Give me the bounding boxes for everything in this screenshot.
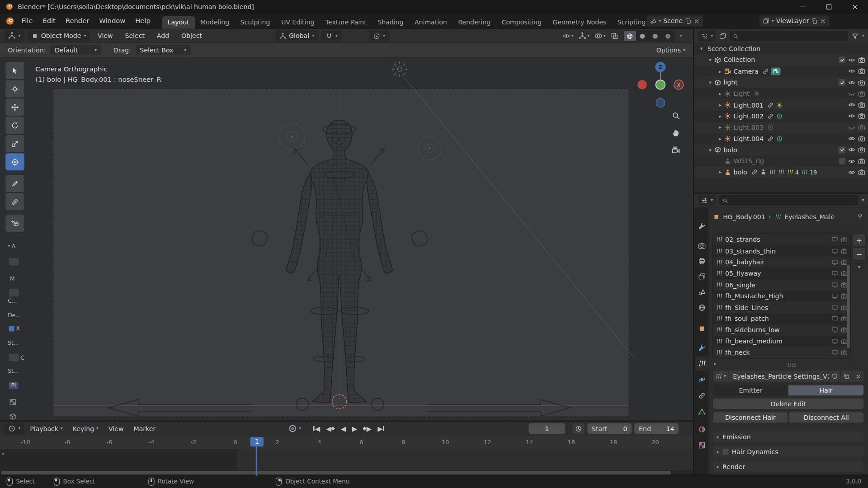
- type-emitter-button[interactable]: Emitter: [713, 385, 788, 395]
- drag-dropdown[interactable]: Select Box ▾: [136, 45, 191, 55]
- menu-object[interactable]: Object: [177, 32, 206, 39]
- workspace-tab-uv-editing[interactable]: UV Editing: [276, 16, 320, 28]
- show-gizmo-dropdown[interactable]: ▾: [579, 32, 590, 40]
- disable-render-icon[interactable]: [858, 113, 865, 120]
- display-toggle-icon[interactable]: [831, 293, 838, 300]
- panel-render[interactable]: ▸ Render: [713, 461, 863, 472]
- close-button[interactable]: [842, 0, 868, 13]
- disable-render-icon[interactable]: [858, 56, 865, 64]
- rotate-tool-button[interactable]: [5, 117, 24, 134]
- hide-eye-icon[interactable]: [848, 101, 855, 108]
- delete-edit-button[interactable]: Delete Edit: [713, 399, 863, 409]
- disclosure-icon[interactable]: ▸: [717, 102, 724, 108]
- timeline-channels[interactable]: ▸: [0, 449, 693, 476]
- disable-render-icon[interactable]: [858, 124, 865, 131]
- disclosure-icon[interactable]: ▸: [717, 136, 724, 141]
- sidebar-fragment-button[interactable]: [9, 289, 19, 296]
- breadcrumb-object[interactable]: HG_Body.001: [723, 213, 765, 221]
- display-toggle-icon[interactable]: [831, 248, 838, 254]
- outliner-row-scene-collection[interactable]: ▾ Scene Collection: [694, 43, 868, 55]
- menu-item[interactable]: File: [17, 13, 38, 28]
- menu-view[interactable]: View: [104, 425, 128, 432]
- timeline-editor-type-selector[interactable]: ▾: [5, 423, 24, 434]
- properties-search[interactable]: [719, 195, 859, 205]
- display-toggle-icon[interactable]: [831, 270, 838, 277]
- particle-system-row[interactable]: fh_beard_medium: [713, 336, 850, 347]
- display-toggle-icon[interactable]: [831, 304, 838, 311]
- hide-eye-icon[interactable]: [848, 68, 855, 75]
- editor-type-selector[interactable]: ▾: [5, 30, 24, 41]
- move-tool-button[interactable]: [5, 99, 24, 116]
- disable-render-icon[interactable]: [858, 146, 865, 154]
- xray-toggle-icon[interactable]: [611, 32, 618, 40]
- disable-render-icon[interactable]: [858, 158, 865, 165]
- workspace-tab-sculpting[interactable]: Sculpting: [235, 16, 275, 28]
- chevron-down-icon[interactable]: ▾: [862, 198, 864, 202]
- disable-render-icon[interactable]: [858, 68, 865, 75]
- tab-constraints[interactable]: [695, 389, 708, 403]
- outliner-row-light-003[interactable]: ▸ Light.003: [694, 122, 868, 133]
- transform-orientation-selector[interactable]: Global ▾: [276, 30, 318, 41]
- tab-object-data[interactable]: [695, 404, 708, 419]
- blender-menu-icon[interactable]: [5, 16, 14, 25]
- menu-select[interactable]: Select: [121, 32, 149, 39]
- disclosure-icon[interactable]: ▸: [717, 125, 724, 130]
- display-toggle-icon[interactable]: [831, 259, 838, 266]
- outliner-editor-type-selector[interactable]: ▾: [698, 30, 716, 41]
- exclude-checkbox[interactable]: [839, 56, 845, 63]
- particle-system-row[interactable]: fh_sideburns_low: [713, 324, 850, 336]
- disclosure-icon[interactable]: ▸: [717, 91, 724, 96]
- pan-hand-button[interactable]: [669, 126, 683, 140]
- close-icon[interactable]: [820, 18, 826, 24]
- workspace-tab-scripting[interactable]: Scripting: [612, 16, 651, 28]
- viewport-3d[interactable]: Camera Orthographic (1) bolo | HG_Body.0…: [0, 57, 693, 420]
- hide-eye-icon[interactable]: [848, 56, 855, 64]
- shading-solid-button[interactable]: [637, 31, 649, 41]
- disable-render-icon[interactable]: [858, 135, 865, 142]
- transform-tool-button[interactable]: [5, 153, 24, 170]
- properties-editor-type-selector[interactable]: ▾: [698, 195, 716, 206]
- outliner-row-light-collection[interactable]: ▾ light: [694, 77, 868, 88]
- display-toggle-icon[interactable]: [831, 282, 838, 288]
- workspace-tab-texture-paint[interactable]: Texture Paint: [320, 16, 372, 28]
- close-icon[interactable]: [693, 18, 699, 24]
- viewlayer-selector[interactable]: ▾ ViewLayer: [760, 15, 830, 26]
- disconnect-all-button[interactable]: Disconnect All: [789, 412, 863, 422]
- remove-particle-system-button[interactable]: −: [853, 248, 865, 260]
- viewport-3d-scene[interactable]: [0, 57, 693, 420]
- options-dropdown[interactable]: Options ▾: [656, 46, 685, 54]
- mode-selector[interactable]: Object Mode ▾: [28, 30, 90, 41]
- scale-tool-button[interactable]: [5, 135, 24, 152]
- menu-item[interactable]: Edit: [38, 13, 61, 28]
- workspace-tab-geometry-nodes[interactable]: Geometry Nodes: [547, 16, 612, 28]
- disclosure-icon[interactable]: ▾: [706, 80, 714, 85]
- end-frame-field[interactable]: End14: [634, 423, 679, 434]
- display-toggle-icon[interactable]: [831, 315, 838, 322]
- active-camera-icon[interactable]: [771, 67, 781, 75]
- outliner-row-camera[interactable]: ▸ Camera: [694, 66, 868, 77]
- tab-tool[interactable]: [695, 219, 708, 233]
- exclude-checkbox[interactable]: [839, 79, 845, 86]
- outliner-row-bolo-object[interactable]: ▸ bolo 4 19: [694, 167, 868, 178]
- disclosure-icon[interactable]: ▸: [717, 69, 724, 74]
- tab-output[interactable]: [695, 254, 708, 268]
- outliner-row-light-002[interactable]: ▸ Light.002: [694, 111, 868, 122]
- disable-render-icon[interactable]: [858, 101, 865, 108]
- display-toggle-icon[interactable]: [831, 338, 838, 345]
- cursor-tool-button[interactable]: [5, 80, 24, 98]
- particle-system-row[interactable]: 04_babyhair: [713, 257, 850, 268]
- jump-to-start-button[interactable]: ◀: [311, 425, 321, 432]
- annotate-tool-button[interactable]: [5, 175, 24, 192]
- workspace-tab-modeling[interactable]: Modeling: [195, 16, 235, 28]
- outliner-row-light-004[interactable]: ▸ Light.004: [694, 133, 868, 144]
- menu-item[interactable]: Render: [61, 13, 94, 28]
- outliner-search[interactable]: [730, 31, 848, 41]
- disclosure-icon[interactable]: ▾: [706, 147, 714, 152]
- selectable-checkbox[interactable]: [839, 158, 845, 164]
- hide-eye-icon[interactable]: [848, 113, 855, 120]
- particle-system-row[interactable]: 06_single: [713, 279, 850, 291]
- disable-render-icon[interactable]: [858, 169, 865, 176]
- display-mode-icon[interactable]: [719, 33, 726, 40]
- hide-eye-icon[interactable]: [848, 135, 855, 142]
- playhead[interactable]: 1: [250, 437, 263, 446]
